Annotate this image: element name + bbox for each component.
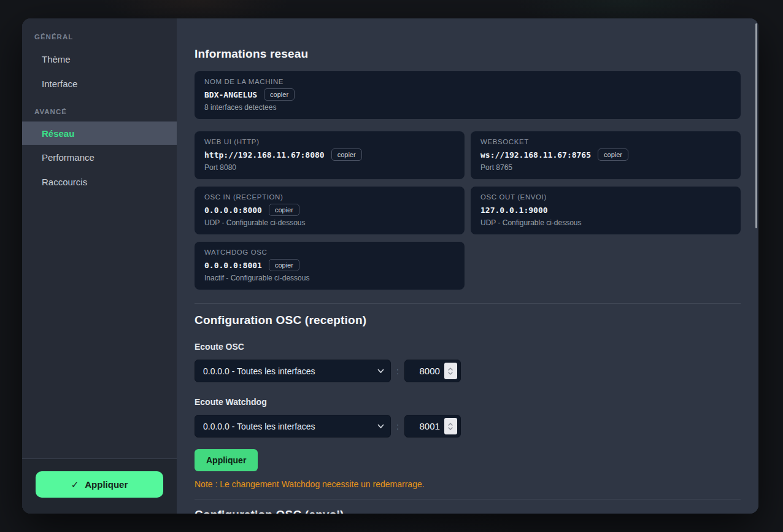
sidebar-footer: ✓ Appliquer	[22, 458, 177, 514]
card-watchdog-osc: WATCHDOG OSC 0.0.0.0:8001 copier Inactif…	[195, 242, 465, 290]
sidebar-item-label: Réseau	[42, 128, 74, 139]
sidebar-item-label: Performance	[42, 152, 94, 163]
listen-osc-label: Ecoute OSC	[195, 342, 741, 352]
sidebar-nav: GÉNÉRAL Thème Interface AVANCÉ Réseau Pe…	[22, 18, 177, 458]
watchdog-restart-note: Note : Le changement Watchdog necessite …	[195, 479, 741, 489]
sidebar-item-performance[interactable]: Performance	[22, 145, 177, 169]
osc-port-field	[404, 360, 461, 382]
watchdog-address-value: 0.0.0.0:8001	[204, 261, 262, 270]
sidebar-item-theme[interactable]: Thème	[22, 47, 177, 71]
card-osc-out: OSC OUT (ENVOI) 127.0.0.1:9000 UDP - Con…	[471, 187, 741, 234]
port-separator: :	[396, 366, 399, 376]
card-label: WEB UI (HTTP)	[204, 138, 455, 145]
osc-port-input[interactable]	[410, 366, 440, 376]
listen-watchdog-label: Ecoute Watchdog	[195, 397, 741, 407]
sidebar-item-raccourcis[interactable]: Raccourcis	[22, 169, 177, 194]
osc-out-address-value: 127.0.0.1:9000	[480, 206, 548, 215]
sidebar-section-avance: AVANCÉ	[22, 107, 177, 117]
section-divider	[195, 499, 741, 499]
copy-osc-in-button[interactable]: copier	[269, 204, 299, 216]
card-label: NOM DE LA MACHINE	[204, 78, 731, 85]
osc-envoi-title: Configuration OSC (envoi)	[195, 508, 741, 514]
card-label: OSC IN (RECEPTION)	[204, 193, 455, 201]
card-subtext: Inactif - Configurable ci-dessous	[204, 274, 455, 282]
card-label: WEBSOCKET	[480, 138, 731, 145]
global-apply-label: Appliquer	[85, 479, 128, 490]
watchdog-port-input[interactable]	[410, 421, 440, 431]
card-subtext: UDP - Configurable ci-dessous	[204, 218, 455, 227]
sidebar-item-reseau[interactable]: Réseau	[22, 121, 177, 145]
copy-websocket-button[interactable]: copier	[598, 148, 628, 161]
card-web-ui: WEB UI (HTTP) http://192.168.11.67:8080 …	[195, 131, 465, 179]
card-label: OSC OUT (ENVOI)	[480, 193, 731, 201]
osc-interface-select-wrap: 0.0.0.0 - Toutes les interfaces	[195, 360, 391, 382]
watchdog-interface-select[interactable]: 0.0.0.0 - Toutes les interfaces	[195, 415, 391, 438]
card-subtext: UDP - Configurable ci-dessous	[480, 218, 731, 227]
sidebar-section-general: GÉNÉRAL	[22, 32, 177, 42]
port-stepper-icon[interactable]	[444, 363, 457, 379]
osc-interface-select[interactable]: 0.0.0.0 - Toutes les interfaces	[195, 360, 391, 382]
global-apply-button[interactable]: ✓ Appliquer	[36, 471, 163, 498]
card-label: WATCHDOG OSC	[204, 249, 455, 256]
sidebar-item-label: Thème	[42, 54, 71, 64]
network-info-title: Informations reseau	[195, 47, 741, 61]
websocket-url-value: ws://192.168.11.67:8765	[480, 150, 591, 160]
settings-content: Informations reseau NOM DE LA MACHINE BD…	[177, 18, 758, 514]
web-ui-url-value: http://192.168.11.67:8080	[204, 150, 325, 160]
network-cards-grid: WEB UI (HTTP) http://192.168.11.67:8080 …	[195, 131, 741, 234]
port-stepper-icon[interactable]	[444, 418, 457, 434]
sidebar-item-label: Raccourcis	[42, 177, 87, 187]
settings-dialog: GÉNÉRAL Thème Interface AVANCÉ Réseau Pe…	[22, 18, 758, 514]
card-subtext: Port 8765	[480, 163, 731, 172]
card-subtext: 8 interfaces detectees	[204, 103, 731, 112]
card-subtext: Port 8080	[204, 163, 455, 172]
sidebar-item-interface[interactable]: Interface	[22, 71, 177, 96]
card-osc-in: OSC IN (RECEPTION) 0.0.0.0:8000 copier U…	[195, 187, 465, 234]
port-separator: :	[396, 422, 399, 431]
scrollbar-thumb[interactable]	[755, 23, 757, 228]
card-machine-name: NOM DE LA MACHINE BDX-ANGELUS copier 8 i…	[195, 71, 741, 119]
osc-reception-title: Configuration OSC (reception)	[195, 314, 741, 327]
copy-machine-name-button[interactable]: copier	[264, 88, 295, 101]
copy-watchdog-button[interactable]: copier	[269, 259, 299, 271]
watchdog-interface-select-wrap: 0.0.0.0 - Toutes les interfaces	[195, 415, 391, 438]
check-icon: ✓	[71, 479, 79, 490]
listen-watchdog-row: 0.0.0.0 - Toutes les interfaces :	[195, 415, 741, 438]
settings-sidebar: GÉNÉRAL Thème Interface AVANCÉ Réseau Pe…	[22, 18, 177, 514]
osc-apply-button[interactable]: Appliquer	[195, 449, 258, 471]
watchdog-port-field	[404, 415, 461, 438]
card-websocket: WEBSOCKET ws://192.168.11.67:8765 copier…	[471, 131, 741, 179]
copy-web-ui-button[interactable]: copier	[331, 148, 362, 161]
section-divider	[195, 303, 741, 304]
sidebar-item-label: Interface	[42, 79, 77, 89]
machine-name-value: BDX-ANGELUS	[204, 90, 257, 99]
osc-in-address-value: 0.0.0.0:8000	[204, 206, 262, 215]
listen-osc-row: 0.0.0.0 - Toutes les interfaces :	[195, 360, 741, 382]
